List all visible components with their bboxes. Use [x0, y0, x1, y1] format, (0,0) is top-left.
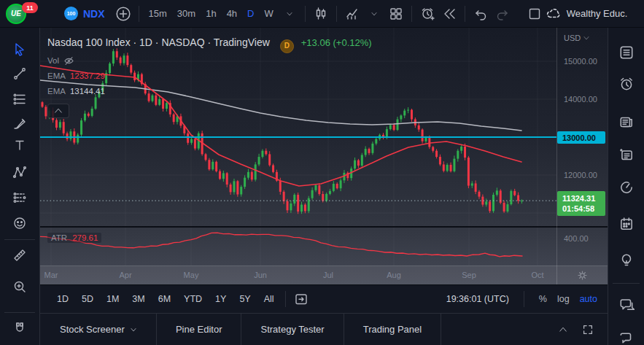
separator [4, 239, 35, 240]
eye-off-icon[interactable] [63, 55, 74, 66]
time-axis-label: Jun [254, 271, 267, 279]
indicator-templates-button[interactable] [363, 3, 385, 25]
text-tool-tool[interactable] [7, 133, 32, 158]
range-1D[interactable]: 1D [50, 294, 75, 304]
range-1Y[interactable]: 1Y [209, 294, 233, 304]
interval-badge: D [280, 39, 294, 53]
clock[interactable]: 19:36:01 (UTC) [446, 294, 509, 304]
calendar-range-icon [294, 292, 309, 306]
range-5D[interactable]: 5D [75, 294, 100, 304]
logo-text: UE [11, 9, 21, 18]
news-panel-button[interactable] [614, 109, 639, 134]
price-axis-currency[interactable]: USD [564, 34, 590, 42]
price-axis-tick: 14000.00 [564, 95, 597, 104]
right-sidebar [608, 28, 644, 345]
chevron-down-icon [286, 10, 293, 18]
fib-lines-icon [12, 92, 27, 106]
chevron-down-icon [371, 10, 378, 18]
watchlist-icon [618, 44, 635, 61]
xabcd-pattern-tool[interactable] [7, 160, 32, 185]
timeframe-list: 15m30m1h4hDW [144, 8, 279, 19]
bar-replay-button[interactable] [438, 3, 460, 25]
hotlist-panel-button[interactable] [614, 175, 639, 200]
calendar-panel-button[interactable] [614, 212, 639, 236]
timeframe-W[interactable]: W [259, 8, 278, 19]
ruler-tool[interactable] [7, 243, 32, 268]
undo-button[interactable] [470, 3, 492, 25]
volume-label[interactable]: Vol [47, 53, 59, 68]
chat-icon [618, 297, 635, 313]
range-5Y[interactable]: 5Y [233, 294, 257, 304]
data-window-panel-button[interactable] [614, 142, 639, 167]
timeframe-menu-button[interactable] [279, 3, 300, 25]
price-change: +13.06 (+0.12%) [301, 37, 372, 48]
chart-title[interactable]: Nasdaq 100 Index · 1D · NASDAQ · Trading… [47, 36, 270, 48]
go-to-date-button[interactable] [290, 288, 312, 310]
ema-label[interactable]: EMA [47, 69, 66, 83]
atr-legend[interactable]: ATR 279.61 [47, 233, 101, 243]
ema-label[interactable]: EMA [47, 84, 66, 98]
news-icon [618, 114, 635, 130]
redo-button[interactable] [492, 3, 513, 25]
ideas-panel-button[interactable] [614, 248, 639, 273]
layout-grid-button[interactable] [385, 3, 407, 25]
ema-fast-value: 12337.29 [70, 69, 105, 83]
account-menu[interactable]: Wealthy Educ. [546, 6, 628, 22]
square-icon [527, 7, 542, 21]
indicators-button[interactable] [341, 3, 363, 25]
percent-scale-button[interactable]: % [539, 294, 547, 304]
tab-trading-panel[interactable]: Trading Panel [344, 314, 441, 345]
public-chat-panel-button[interactable] [614, 325, 639, 345]
candles-icon [314, 7, 328, 21]
tab-strategy-tester[interactable]: Strategy Tester [241, 314, 344, 345]
tab-pine-editor[interactable]: Pine Editor [157, 314, 242, 345]
range-YTD[interactable]: YTD [177, 294, 209, 304]
range-list: 1D5D1M3M6MYTD1Y5YAll [50, 294, 281, 304]
emoji-tool[interactable] [7, 211, 32, 236]
timeframe-D[interactable]: D [242, 8, 259, 19]
trend-line-tool[interactable] [7, 61, 32, 86]
collapse-legend-button[interactable] [47, 104, 69, 118]
chart-settings-gear-icon[interactable] [574, 267, 590, 283]
separator [613, 283, 640, 284]
layout-grid-icon [389, 7, 403, 21]
timeframe-4h[interactable]: 4h [222, 8, 242, 19]
add-symbol-button[interactable] [112, 3, 134, 25]
expand-panel-chevron[interactable] [558, 325, 568, 335]
save-layout-button[interactable] [524, 3, 546, 25]
pane-divider[interactable] [40, 226, 608, 228]
chat-panel-button[interactable] [614, 292, 639, 317]
range-All[interactable]: All [257, 294, 281, 304]
timeframe-1h[interactable]: 1h [201, 8, 221, 19]
fib-lines-tool[interactable] [7, 87, 32, 112]
symbol-name[interactable]: NDX [83, 8, 105, 20]
forecast-tool[interactable] [7, 185, 32, 210]
range-6M[interactable]: 6M [152, 294, 177, 304]
tab-stock-screener[interactable]: Stock Screener [40, 314, 157, 345]
log-scale-button[interactable]: log [557, 294, 570, 304]
last-price-tag: 11324.3101:54:58 [557, 191, 605, 216]
brush-tool[interactable] [7, 111, 32, 136]
fullscreen-panel-icon[interactable] [581, 323, 594, 336]
price-axis-tick: 12000.00 [564, 171, 597, 179]
auto-scale-button[interactable]: auto [580, 294, 597, 304]
cursor-tool[interactable] [7, 37, 32, 62]
timeframe-15m[interactable]: 15m [144, 8, 172, 19]
magnet-tool[interactable] [7, 316, 32, 341]
bottom-toolbar: 1D5D1M3M6MYTD1Y5YAll 19:36:01 (UTC) % lo… [40, 284, 608, 313]
create-alert-button[interactable] [416, 3, 438, 25]
chart-area[interactable]: MarAprMayJunJulAugSepOct USD 13000.00 11… [40, 28, 608, 284]
watchlist-panel-button[interactable] [614, 40, 639, 65]
time-axis-label: Jul [323, 271, 333, 279]
chart-type-button[interactable] [310, 3, 332, 25]
alerts-panel-button[interactable] [614, 71, 639, 96]
zoom-in-tool[interactable] [7, 274, 32, 299]
timeframe-30m[interactable]: 30m [172, 8, 201, 19]
time-axis[interactable]: MarAprMayJunJulAugSepOct [40, 265, 608, 284]
calendar-icon [618, 216, 635, 232]
separator [285, 291, 286, 307]
alerts-icon [618, 76, 635, 92]
range-3M[interactable]: 3M [125, 294, 151, 304]
separator [524, 291, 524, 307]
range-1M[interactable]: 1M [100, 294, 125, 304]
